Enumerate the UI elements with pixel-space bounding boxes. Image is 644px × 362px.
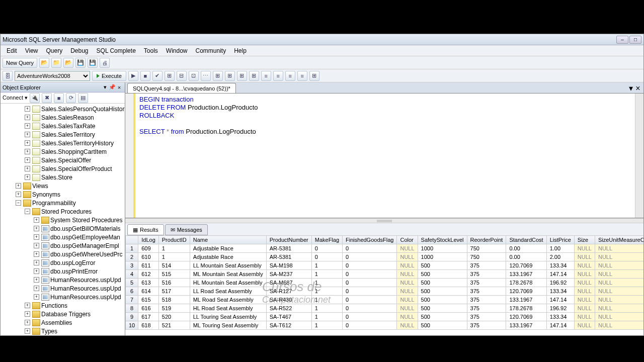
cell[interactable]: 1: [311, 270, 342, 279]
cell[interactable]: 0: [343, 279, 397, 287]
expand-icon[interactable]: +: [34, 226, 39, 231]
cell[interactable]: SA-T612: [266, 321, 311, 330]
cell[interactable]: 147.14: [546, 321, 574, 330]
cell[interactable]: 375: [467, 270, 506, 279]
tab-sqlquery4[interactable]: SQLQuery4.sql - 8...\cvaquedano (52))*: [127, 83, 236, 93]
cell[interactable]: 133.1967: [506, 296, 546, 304]
open-file-icon[interactable]: 📂: [39, 58, 49, 68]
cell[interactable]: 147.14: [546, 296, 574, 304]
titlebar[interactable]: Microsoft SQL Server Management Studio –…: [1, 34, 643, 45]
comment-icon[interactable]: ≡: [285, 71, 295, 81]
cell[interactable]: 1: [311, 296, 342, 304]
cell[interactable]: LL Road Seat Assembly: [190, 287, 266, 296]
cell[interactable]: 1: [311, 279, 342, 287]
expand-icon[interactable]: +: [34, 260, 39, 265]
col-header[interactable]: ReorderPoint: [467, 236, 506, 244]
cell[interactable]: 133.34: [546, 313, 574, 321]
cell[interactable]: ML Touring Seat Assembly: [190, 321, 266, 330]
cell[interactable]: NULL: [397, 261, 418, 270]
cell[interactable]: 1: [311, 304, 342, 313]
toolbtn-7[interactable]: ⊞: [237, 71, 247, 81]
cell[interactable]: NULL: [397, 313, 418, 321]
cell[interactable]: 375: [467, 296, 506, 304]
table-row[interactable]: 5613516HL Mountain Seat AssemblySA-M6871…: [126, 279, 644, 287]
expand-icon[interactable]: +: [34, 251, 39, 257]
cell[interactable]: NULL: [595, 253, 643, 261]
cell[interactable]: 614: [138, 287, 159, 296]
cell[interactable]: NULL: [397, 287, 418, 296]
cell[interactable]: 0: [343, 296, 397, 304]
col-header[interactable]: SizeUnitMeasureCode: [595, 236, 643, 244]
print-icon[interactable]: 🖨: [100, 58, 110, 68]
cell[interactable]: SA-M687: [266, 279, 311, 287]
cell[interactable]: 196.92: [546, 279, 574, 287]
menu-tools[interactable]: Tools: [140, 46, 162, 55]
cell[interactable]: NULL: [595, 270, 643, 279]
sql-editor[interactable]: BEGIN transaction DELETE FROM Production…: [125, 94, 643, 218]
menu-debug[interactable]: Debug: [66, 46, 92, 55]
cell[interactable]: 1000: [418, 244, 467, 253]
cell[interactable]: NULL: [595, 321, 643, 330]
cell[interactable]: 500: [418, 270, 467, 279]
cell[interactable]: 0: [343, 270, 397, 279]
cell[interactable]: 133.34: [546, 287, 574, 296]
col-header[interactable]: ProductID: [158, 236, 190, 244]
cell[interactable]: 500: [418, 279, 467, 287]
cell[interactable]: 500: [418, 287, 467, 296]
col-header[interactable]: Color: [397, 236, 418, 244]
cell[interactable]: NULL: [574, 321, 595, 330]
cell[interactable]: 500: [418, 313, 467, 321]
table-row[interactable]: 16091Adjustable RaceAR-538100NULL1000750…: [126, 244, 644, 253]
cell[interactable]: NULL: [397, 270, 418, 279]
filter-icon[interactable]: ▤: [78, 93, 88, 103]
cell[interactable]: 609: [138, 244, 159, 253]
cell[interactable]: 612: [138, 270, 159, 279]
minimize-button[interactable]: –: [616, 36, 628, 44]
expand-icon[interactable]: +: [25, 140, 30, 146]
cell[interactable]: 1.00: [546, 244, 574, 253]
stop-icon[interactable]: ■: [140, 71, 150, 81]
table-row[interactable]: 10618521ML Touring Seat AssemblySA-T6121…: [126, 321, 644, 330]
col-header[interactable]: MakeFlag: [311, 236, 342, 244]
parse-icon[interactable]: ✔: [152, 71, 163, 81]
expand-icon[interactable]: +: [34, 234, 39, 240]
dropdown-icon[interactable]: ▾: [102, 84, 109, 90]
cell[interactable]: 375: [467, 304, 506, 313]
cell[interactable]: 133.34: [546, 261, 574, 270]
cell[interactable]: 2.00: [546, 253, 574, 261]
table-row[interactable]: 26101Adjustable RaceAR-538100NULL1000750…: [126, 253, 644, 261]
cell[interactable]: 750: [467, 253, 506, 261]
cell[interactable]: NULL: [397, 279, 418, 287]
cell[interactable]: NULL: [574, 287, 595, 296]
cell[interactable]: HL Road Seat Assembly: [190, 304, 266, 313]
close-icon[interactable]: ×: [116, 84, 123, 90]
col-header[interactable]: SafetyStockLevel: [418, 236, 467, 244]
stop-icon-2[interactable]: ■: [54, 93, 64, 103]
cell[interactable]: SA-T467: [266, 313, 311, 321]
cell[interactable]: 517: [158, 287, 190, 296]
expand-icon[interactable]: +: [25, 166, 30, 171]
cell[interactable]: 1: [311, 321, 342, 330]
cell[interactable]: 611: [138, 261, 159, 270]
cell[interactable]: NULL: [595, 244, 643, 253]
expand-icon[interactable]: +: [25, 320, 30, 325]
cell[interactable]: 500: [418, 304, 467, 313]
cell[interactable]: 0: [343, 253, 397, 261]
cell[interactable]: Adjustable Race: [190, 253, 266, 261]
cell[interactable]: 500: [418, 321, 467, 330]
cell[interactable]: NULL: [595, 313, 643, 321]
tab-results[interactable]: ▦Results: [127, 224, 164, 235]
cell[interactable]: 0: [343, 313, 397, 321]
cell[interactable]: ML Road Seat Assembly: [190, 296, 266, 304]
menu-window[interactable]: Window: [162, 46, 192, 55]
cell[interactable]: 0: [311, 244, 342, 253]
cell[interactable]: 178.2678: [506, 304, 546, 313]
results-grid[interactable]: IdLogProductIDNameProductNumberMakeFlagF…: [125, 235, 643, 335]
cell[interactable]: 610: [138, 253, 159, 261]
toolbtn-8[interactable]: ⊞: [249, 71, 259, 81]
table-row[interactable]: 6614517LL Road Seat AssemblySA-R12710NUL…: [126, 287, 644, 296]
table-row[interactable]: 7615518ML Road Seat AssemblySA-R43010NUL…: [126, 296, 644, 304]
database-selector[interactable]: AdventureWorks2008: [15, 71, 90, 81]
new-query-button[interactable]: New Query: [3, 58, 37, 68]
save-icon[interactable]: 💾: [75, 58, 86, 68]
